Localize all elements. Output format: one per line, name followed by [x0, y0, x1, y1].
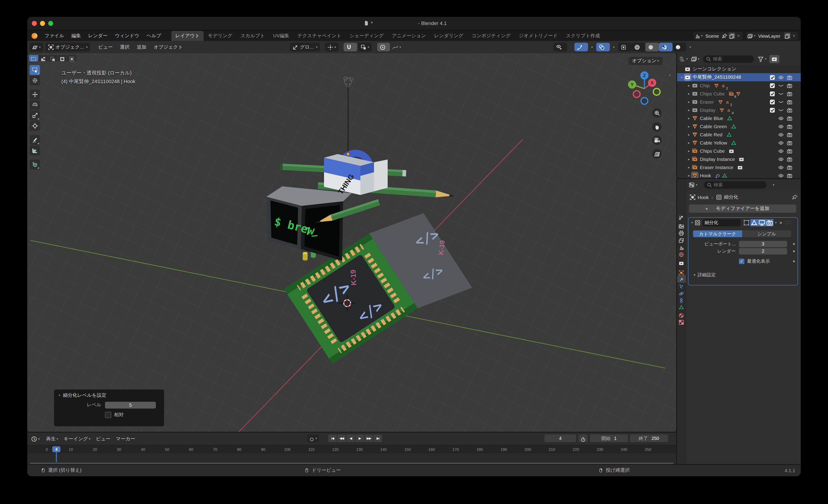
tool-measure[interactable] — [30, 145, 40, 156]
tool-annotate[interactable] — [30, 135, 40, 145]
viewport-menu-追加[interactable]: 追加 — [133, 44, 150, 50]
outliner-row[interactable]: ▸Cable Blue — [677, 114, 801, 122]
properties-tab-texture[interactable] — [677, 318, 686, 325]
eye-open-icon[interactable] — [778, 123, 784, 129]
outliner-row[interactable]: ▸Cable Green — [677, 122, 801, 130]
scene-selector[interactable]: ▾ Scene × — [693, 32, 742, 40]
modifier-toggle-camera[interactable] — [765, 219, 773, 226]
selmode-invert-button[interactable] — [58, 55, 67, 61]
new-scene-button[interactable] — [729, 32, 735, 39]
eye-open-icon[interactable] — [778, 140, 784, 145]
eye-open-icon[interactable] — [778, 115, 784, 121]
eye-closed-icon[interactable] — [778, 82, 784, 88]
add-modifier-button[interactable]: +モディファイアーを追加 — [689, 205, 796, 213]
expand-icon[interactable]: ▸ — [686, 132, 692, 136]
tool-select-box[interactable] — [30, 65, 40, 75]
outliner-search-input[interactable]: 検索 — [703, 55, 754, 63]
workspace-tab[interactable]: レンダリング — [430, 31, 467, 41]
object-origin[interactable] — [346, 152, 350, 156]
play-reverse-button[interactable]: ◀ — [346, 434, 355, 442]
editor-type-button[interactable]: ▾ — [30, 43, 43, 51]
use-preview-range-button[interactable] — [579, 434, 588, 442]
proportional-falloff[interactable]: ▾ — [390, 43, 403, 51]
outliner-item-label[interactable]: Hook — [700, 173, 711, 178]
camera-icon[interactable] — [787, 172, 793, 178]
outliner-row[interactable]: ▸Eraser Instance — [677, 163, 801, 171]
modifier-toggle-mesh-data[interactable] — [750, 219, 758, 226]
modifier-extras-icon[interactable]: ▾ — [775, 221, 777, 224]
filter-icon[interactable] — [757, 56, 764, 62]
pivot-point-selector[interactable]: ▾ — [325, 43, 338, 51]
eye-open-icon[interactable] — [778, 156, 784, 162]
workspace-tab[interactable]: スカルプト — [236, 31, 269, 41]
simple-button[interactable]: シンプル — [742, 230, 791, 237]
outliner-row[interactable]: ▸Chips Cube6 — [677, 89, 801, 98]
current-frame-field[interactable]: 4 — [544, 434, 576, 442]
camera-icon[interactable] — [787, 91, 793, 96]
xray-button[interactable] — [618, 43, 632, 51]
viewlayer-name[interactable]: ViewLayer — [755, 33, 783, 38]
playhead-line[interactable] — [56, 451, 57, 462]
tool-rotate[interactable] — [30, 100, 40, 110]
outliner-item-label[interactable]: Eraser Instance — [700, 165, 733, 170]
properties-tab-mesh-data[interactable] — [677, 303, 686, 310]
eye-open-icon[interactable] — [778, 148, 784, 154]
outliner-row[interactable]: ▸Display Instance — [677, 155, 801, 163]
expand-icon[interactable]: ▸ — [686, 124, 692, 128]
viewlayer-selector[interactable]: ▾ ViewLayer × — [746, 32, 798, 40]
check-icon[interactable] — [770, 99, 775, 105]
display-mode-icon[interactable] — [691, 56, 697, 62]
outliner-item-label[interactable]: Chips Cube — [700, 148, 725, 154]
properties-editor-icon[interactable] — [689, 182, 695, 188]
timeline-editor-icon[interactable] — [31, 435, 37, 442]
new-viewlayer-button[interactable] — [784, 32, 791, 39]
workspace-tab[interactable]: シェーディング — [345, 31, 388, 41]
remove-viewlayer-icon[interactable]: × — [791, 33, 797, 38]
workspace-tab[interactable]: UV編集 — [269, 31, 293, 41]
auto-keying-button[interactable]: ▾ — [307, 434, 319, 442]
menu-ヘルプ[interactable]: ヘルプ — [143, 31, 165, 40]
selmode-sub-button[interactable] — [48, 55, 57, 61]
outliner-item-label[interactable]: シーンコレクション — [693, 66, 736, 72]
eye-open-icon[interactable] — [778, 164, 784, 170]
camera-icon[interactable] — [787, 82, 793, 88]
workspace-tab[interactable]: モデリング — [204, 31, 236, 41]
properties-tab-world[interactable] — [677, 250, 686, 258]
shade-wire-button[interactable] — [632, 43, 645, 51]
camera-icon[interactable] — [787, 74, 793, 80]
render-levels-field[interactable]: 2 — [739, 248, 787, 254]
properties-tab-constraints[interactable] — [677, 296, 686, 304]
eye-open-icon[interactable] — [778, 172, 784, 178]
selmode-intersect-button[interactable] — [67, 55, 76, 61]
properties-tab-modifier-tab[interactable] — [677, 275, 686, 283]
scene-name[interactable]: Scene — [703, 33, 722, 38]
expand-icon[interactable]: ▸ — [686, 173, 692, 177]
snap-settings[interactable]: ▾ — [358, 43, 372, 51]
eye-open-icon[interactable] — [778, 132, 784, 137]
animate-dot[interactable] — [793, 250, 795, 252]
pin-icon[interactable] — [722, 33, 728, 39]
check-icon[interactable] — [770, 107, 775, 113]
breadcrumb-modifier[interactable]: 細分化 — [724, 194, 738, 200]
gizmo-arrow-button[interactable] — [574, 43, 588, 51]
outliner-item-label[interactable]: Cable Green — [700, 124, 727, 129]
transform-orientation-selector[interactable]: グロ...▾ — [290, 43, 320, 51]
modifier-toggle-editcage[interactable] — [742, 219, 750, 226]
shade-material-button[interactable] — [659, 43, 672, 51]
catmull-clark-button[interactable]: カトマルクラーク — [693, 230, 742, 237]
play-button[interactable]: ▶ — [356, 434, 364, 442]
viewport-levels-field[interactable]: 3 — [739, 241, 787, 247]
optimal-display-checkbox[interactable]: ✓ — [739, 258, 744, 264]
menu-ウィンドウ[interactable]: ウィンドウ — [111, 31, 143, 40]
zoom-button[interactable] — [652, 108, 662, 118]
tool-add-cube[interactable] — [30, 160, 40, 170]
camera-icon[interactable] — [787, 99, 793, 105]
mode-selector[interactable]: オブジェク...▾ — [45, 43, 90, 51]
outliner-row[interactable]: ▸Displaya4 — [677, 106, 801, 114]
navigation-gizmo[interactable]: Z X Y — [622, 66, 667, 111]
properties-tab-view-layer[interactable] — [677, 236, 686, 244]
eye-closed-icon[interactable] — [778, 91, 784, 96]
expand-icon[interactable]: ▸ — [686, 92, 692, 96]
outliner-row[interactable]: ▸Cable Yellow — [677, 139, 801, 147]
properties-tab-material[interactable] — [677, 311, 686, 319]
